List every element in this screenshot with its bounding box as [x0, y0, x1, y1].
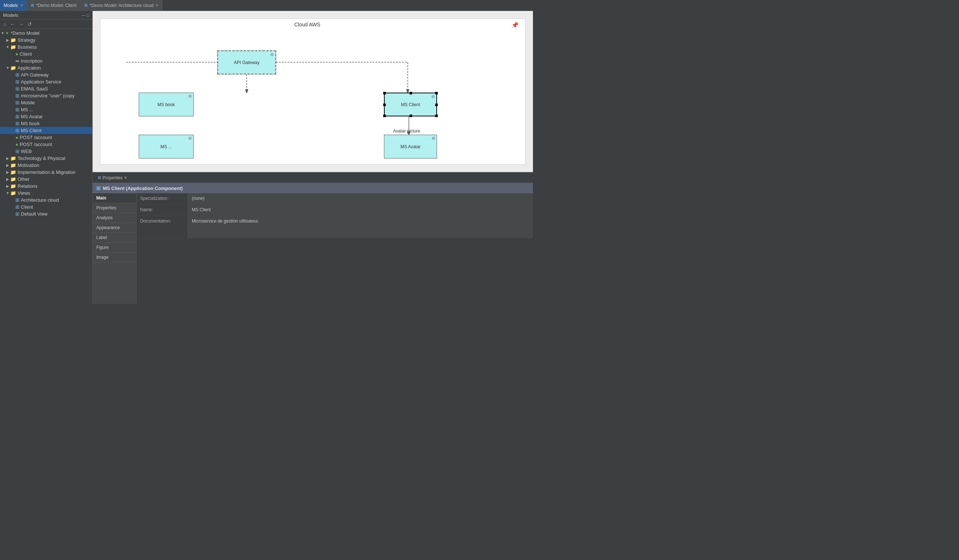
application-label: Application	[18, 65, 41, 71]
post-account-1-label: POST /account	[20, 135, 52, 140]
tree-item-strategy[interactable]: ▶ 📁 Strategy	[0, 37, 92, 43]
arch-cloud-label: Architecture cloud	[21, 197, 59, 203]
arrow-impl: ▶	[5, 170, 10, 174]
maximize-icon[interactable]: □	[87, 13, 89, 18]
prop-section-appearance-label: Appearance	[96, 225, 120, 230]
back-button[interactable]: ←	[9, 21, 16, 27]
motivation-label: Motivation	[18, 162, 39, 168]
tree-item-views[interactable]: ▼ 📁 Views	[0, 189, 92, 197]
sidebar-toolbar: ⌂ ← → ↺	[0, 20, 92, 29]
models-tab-label: Models	[4, 3, 18, 8]
tree-item-client[interactable]: ● Client	[0, 51, 92, 57]
tab-demo-arch[interactable]: ⊞ *Demo Model: Architecture cloud ✕	[81, 0, 163, 11]
prop-section-properties-label: Properties	[96, 205, 116, 210]
prop-section-appearance[interactable]: Appearance	[92, 223, 136, 233]
tree-item-demo-model[interactable]: ▼ ✦ *Demo Model	[0, 30, 92, 37]
prop-section-label-label: Label	[96, 235, 107, 240]
tree-item-post-account-2[interactable]: ● POST /account	[0, 141, 92, 148]
main-layout: Models ─ □ ⌂ ← → ↺ ▼ ✦ *Demo Model ▶ 📁	[0, 11, 533, 304]
prop-section-main[interactable]: Main	[92, 193, 136, 203]
diagram-canvas: API Gateway ⊟ MS book ⊟ MS Client ⊟	[100, 30, 525, 161]
prop-section-analysis-label: Analysis	[96, 215, 113, 220]
tab-models[interactable]: Models ✕	[0, 0, 27, 11]
diagram-box-ms-client[interactable]: MS Client ⊟	[384, 92, 437, 116]
demo-arch-tab-close[interactable]: ✕	[156, 3, 158, 7]
properties-tab[interactable]: ⊞ Properties ✕	[95, 175, 130, 181]
arrow-demo-model: ▼	[0, 31, 5, 35]
tree-item-ms-book[interactable]: ⊞ MS book	[0, 120, 92, 127]
arrow-application: ▼	[5, 66, 10, 70]
handle-br	[435, 115, 438, 117]
tree-item-post-account-1[interactable]: ● POST /account	[0, 134, 92, 141]
diagram-box-ms-book[interactable]: MS book ⊟	[139, 92, 194, 116]
canvas-area[interactable]: Cloud AWS 📌	[92, 11, 533, 172]
diagram-title-text: Cloud AWS	[294, 22, 320, 27]
folder-icon-application: 📁	[10, 65, 16, 71]
tree-item-web[interactable]: ⊞ WEB	[0, 148, 92, 155]
box-icon-api: ⊟	[271, 52, 273, 56]
ms-dots-box-label: MS ...	[160, 144, 172, 150]
diagram-box-ms-avatar[interactable]: MS Avatar ⊟	[384, 135, 437, 159]
tree-item-client-view[interactable]: ⊞ Client	[0, 204, 92, 210]
tree-item-default-view[interactable]: ⊞ Default View	[0, 210, 92, 217]
minimize-icon[interactable]: ─	[82, 13, 85, 18]
tree-item-impl-migration[interactable]: ▶ 📁 Implementation & Migration	[0, 169, 92, 176]
mobile-label: Mobile	[21, 100, 35, 105]
prop-section-label[interactable]: Label	[92, 233, 136, 243]
right-panel: Cloud AWS 📌	[92, 11, 533, 304]
diagram-box-ms-dots[interactable]: MS ... ⊟	[139, 135, 194, 159]
component-icon-ms-client: ⊞	[15, 128, 19, 133]
tree-item-ms-avatar[interactable]: ⊞ MS Avatar	[0, 113, 92, 120]
prop-value-specialization[interactable]: (none)	[188, 193, 533, 204]
email-saas-label: EMAIL SaaS	[21, 86, 48, 92]
tree-item-arch-cloud[interactable]: ⊞ Architecture cloud	[0, 197, 92, 204]
tree-item-other[interactable]: ▶ 📁 Other	[0, 176, 92, 183]
tree-item-motivation[interactable]: ▶ 📁 Motivation	[0, 162, 92, 169]
avatar-picture-label: Avatar picture	[393, 129, 420, 134]
tree-item-ms-dots[interactable]: ⊞ MS ...	[0, 106, 92, 113]
canvas-background: Cloud AWS 📌	[92, 11, 533, 172]
prop-tab-close[interactable]: ✕	[124, 176, 127, 180]
tree-item-microservice[interactable]: ⊞ microservice "user" (copy	[0, 92, 92, 99]
properties-tab-bar: ⊞ Properties ✕	[92, 173, 533, 183]
component-icon-ms-book: ⊞	[15, 121, 19, 126]
tree-item-business[interactable]: ▼ 📁 Business	[0, 43, 92, 51]
tab-demo-client[interactable]: ⊞ *Demo Model: Client	[27, 0, 81, 11]
prop-section-analysis[interactable]: Analysis	[92, 213, 136, 223]
prop-section-properties[interactable]: Properties	[92, 203, 136, 213]
handle-tm	[409, 92, 412, 94]
prop-value-documentation[interactable]: Microservice de gestion utilisateur.	[188, 216, 533, 238]
forward-button[interactable]: →	[18, 21, 25, 27]
folder-icon-impl: 📁	[10, 169, 16, 175]
tree-item-tech-physical[interactable]: ▶ 📁 Technology & Physical	[0, 155, 92, 162]
handle-ml	[383, 103, 386, 106]
models-tab-close[interactable]: ✕	[20, 3, 23, 7]
tree-item-email-saas[interactable]: ⊞ EMAIL SaaS	[0, 85, 92, 92]
home-button[interactable]: ⌂	[2, 21, 7, 27]
prop-section-figure[interactable]: Figure	[92, 243, 136, 253]
demo-client-icon: ⊞	[31, 3, 34, 8]
tree-item-api-gateway[interactable]: ⊞ API Gateway	[0, 72, 92, 78]
tab-bar: Models ✕ ⊞ *Demo Model: Client ⊞ *Demo M…	[0, 0, 533, 11]
tree-item-app-service[interactable]: ⊞ Application Service	[0, 78, 92, 85]
box-icon-ms-client: ⊟	[432, 94, 435, 99]
relations-label: Relations	[18, 183, 37, 189]
arrow-strategy: ▶	[5, 38, 10, 42]
tree-item-inscription[interactable]: ➡ Inscription	[0, 57, 92, 64]
diagram-box-api-gateway[interactable]: API Gateway ⊟	[217, 51, 276, 74]
arrow-views: ▼	[5, 191, 10, 195]
ms-avatar-box-label: MS Avatar	[400, 144, 421, 150]
pin-icon[interactable]: 📌	[511, 22, 519, 29]
prop-section-image[interactable]: Image	[92, 253, 136, 262]
tree-item-relations[interactable]: ▶ 📁 Relations	[0, 183, 92, 189]
properties-panel: ⊞ Properties ✕ ⊞ MS Client (Application …	[92, 172, 533, 304]
tree-item-ms-client[interactable]: ⊞ MS Client	[0, 127, 92, 134]
sidebar: Models ─ □ ⌂ ← → ↺ ▼ ✦ *Demo Model ▶ 📁	[0, 11, 92, 304]
tree-item-mobile[interactable]: ⊞ Mobile	[0, 99, 92, 106]
arrow-relations: ▶	[5, 184, 10, 188]
refresh-button[interactable]: ↺	[26, 21, 33, 27]
prop-label-name: Name:	[137, 205, 188, 215]
tree-item-application[interactable]: ▼ 📁 Application	[0, 64, 92, 72]
prop-value-name[interactable]: MS Client	[188, 205, 533, 216]
prop-row-specialization: Specialization: (none)	[137, 193, 533, 205]
